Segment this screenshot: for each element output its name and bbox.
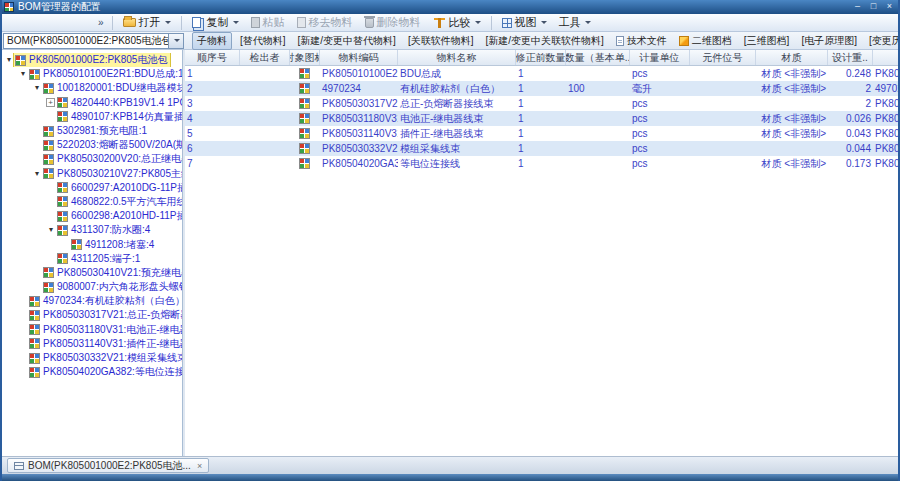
tree-item[interactable]: 4890107:KPB14仿真量插:1 [2,110,182,124]
tab-2[interactable]: [替代物料] [236,33,290,49]
tree-item[interactable]: +4820440:KPB19V1.4 1PCBA单板:1 [2,96,182,110]
material-name-cell: 总正-负熔断器接线束 [398,96,516,111]
tree-item[interactable]: ▾4311307:防水圈:4 [2,223,182,237]
minimize-button[interactable]: – [851,2,864,13]
tree-item[interactable]: 4911208:堵塞:4 [2,237,182,251]
seq-cell: 3 [185,96,240,111]
column-header[interactable]: 顺序号 [185,50,240,65]
close-button[interactable]: × [883,2,896,13]
tab-5[interactable]: [新建/变更中关联软件物料] [481,33,607,49]
column-header[interactable]: 修正前数量 [516,50,566,65]
collapse-icon[interactable]: ▾ [32,83,42,93]
table-row[interactable]: 5PK805031140V31插件正-继电器线束1pcs材质 <非强制>0.04… [185,126,898,141]
tree-item[interactable]: PK805030410V21:预充继电器-线束:1 [2,266,182,280]
tab-10[interactable]: [变更历史] [865,33,898,49]
column-header[interactable]: 对象图标 [290,50,320,65]
object-icon-cell [290,81,320,96]
tree-item[interactable]: ▾PK805010100E2R1:BDU总成:1 [2,67,182,81]
column-header[interactable]: 物料名称 [398,50,516,65]
tab-1[interactable]: 子物料 [192,32,232,50]
unit-cell: pcs [630,126,690,141]
checkout-cell [240,96,290,111]
table-row[interactable]: 7PK80504020GA382等电位连接线1pcs材质 <非强制>0.173P… [185,156,898,171]
part-icon [43,267,54,278]
tools-button[interactable]: 工具 [553,14,597,31]
tree-item[interactable]: ▾PK805030210V27:PK805主线束2:1 [2,167,182,181]
collapse-icon[interactable]: ▾ [46,225,56,235]
tab-4[interactable]: [关联软件物料] [404,33,478,49]
tree-item-content: PK805030200V20:总正继电器线束:1 [42,152,182,166]
tree-item[interactable]: 5220203:熔断器500V/20A(斯隆):1 [2,138,182,152]
material-cell [756,96,828,111]
tree-item[interactable]: PK805031140V31:插件正-继电器线束:1 [2,337,182,351]
design-weight-cell: 0.044 [828,141,873,156]
column-header[interactable]: 设计重.. [828,50,873,65]
view-selector-bar: BOM(PK805001000E2:PK805电池包) 子物料[替代物料][新建… [2,32,898,50]
maximize-button[interactable]: □ [867,2,880,13]
part-icon [43,154,54,165]
part-icon [57,182,68,193]
delete-material-button: 删除物料 [359,14,427,31]
tree-item[interactable]: PK805030332V21:模组采集线束:1 [2,351,182,365]
tree-item[interactable]: PK805031180V31:电池正-继电器线束:1 [2,323,182,337]
tree-item-content: 4890107:KPB14仿真量插:1 [56,110,182,124]
column-header[interactable]: 物料编码 [320,50,398,65]
column-header[interactable] [873,50,898,65]
collapse-icon[interactable]: ▾ [4,55,14,65]
table-row[interactable]: 4PK805031180V31电池正-继电器线束1pcs材质 <非强制>0.02… [185,111,898,126]
tree-item[interactable]: 6600297:A2010DG-11P插接件:5 [2,181,182,195]
tree-item[interactable]: 4970234:有机硅胶粘剂（白色）:1 [2,294,182,308]
copy-button[interactable]: 复制 [186,14,245,31]
column-header[interactable]: 元件位号 [690,50,756,65]
qty-base-unit-cell [566,141,630,156]
column-header[interactable]: 数量（基本单.. [566,50,630,65]
tree-item[interactable]: PK805030200V20:总正继电器线束:1 [2,152,182,166]
combobox-dropdown-button[interactable] [168,34,183,48]
table-row[interactable]: 24970234有机硅胶粘剂（白色）1100毫升材质 <非强制>249702 [185,81,898,96]
qty-base-unit-cell: 100 [566,81,630,96]
tree-item[interactable]: PK80504020GA382:等电位连接线:1 [2,365,182,379]
qty-before-fix-cell: 1 [516,66,566,81]
bom-selector-combobox[interactable]: BOM(PK805001000E2:PK805电池包) [3,33,184,49]
close-tab-icon[interactable]: × [197,461,202,471]
view-button[interactable]: 视图 [496,14,553,31]
tree-item-content: 5220203:熔断器500V/20A(斯隆):1 [42,138,182,152]
copy-icon [192,17,201,28]
tree-item[interactable]: PK805030317V21:总正-负熔断器接线束:1 [2,308,182,322]
part-icon [299,113,310,124]
material-cell: 材质 <非强制> [756,66,828,81]
toolbar-overflow-icon[interactable]: » [94,17,108,28]
expand-icon[interactable]: + [46,98,55,107]
tree-item[interactable]: 5302981:预充电阻:1 [2,124,182,138]
tree-item[interactable]: 4680822:0.5平方汽车用线(红):0.11 [2,195,182,209]
tab-6[interactable]: 技术文件 [612,33,671,49]
tree-item[interactable]: ▾1001820001:BDU继电器模块KPB19V1.4.. [2,81,182,95]
tree-item[interactable]: 4311205:端子:1 [2,252,182,266]
table-row[interactable]: 6PK805030332V21模组采集线束1pcs0.044PK805 [185,141,898,156]
view-button-label: 视图 [515,15,537,30]
table-row[interactable]: 1PK805010100E2R1BDU总成1pcs材质 <非强制>0.248PK… [185,66,898,81]
column-header[interactable]: 检出者 [240,50,290,65]
tree-item[interactable]: ▾PK805001000E2:PK805电池包 [2,53,182,67]
collapse-icon[interactable]: ▾ [18,69,28,79]
tab-9[interactable]: [电子原理图] [797,33,861,49]
part-icon [29,353,40,364]
tree-item[interactable]: 6600298:A2010HD-11P插接件:2 [2,209,182,223]
table-row[interactable]: 3PK805030317V21总正-负熔断器接线束1pcs2PK805 [185,96,898,111]
design-weight-cell: 0.248 [828,66,873,81]
collapse-icon[interactable]: ▾ [32,169,42,179]
statusbar-bom-tab[interactable]: BOM(PK805001000E2:PK805电池... × [7,458,209,473]
column-header[interactable]: 计量单位 [630,50,690,65]
tab-8[interactable]: [三维图档] [740,33,794,49]
open-button[interactable]: 打开 [117,14,177,31]
object-icon-cell [290,111,320,126]
tree-item-label: PK805010100E2R1:BDU总成:1 [43,67,182,81]
tree-item-content: 4911208:堵塞:4 [70,237,157,251]
checkout-cell [240,66,290,81]
material-name-cell: 电池正-继电器线束 [398,111,516,126]
compare-button[interactable]: 比较 [427,14,487,31]
column-header[interactable]: 材质 [756,50,828,65]
tab-7[interactable]: 二维图档 [675,33,736,49]
tab-3[interactable]: [新建/变更中替代物料] [294,33,400,49]
tree-item[interactable]: 9080007:内六角花形盘头螺钉M4x12:2 [2,280,182,294]
